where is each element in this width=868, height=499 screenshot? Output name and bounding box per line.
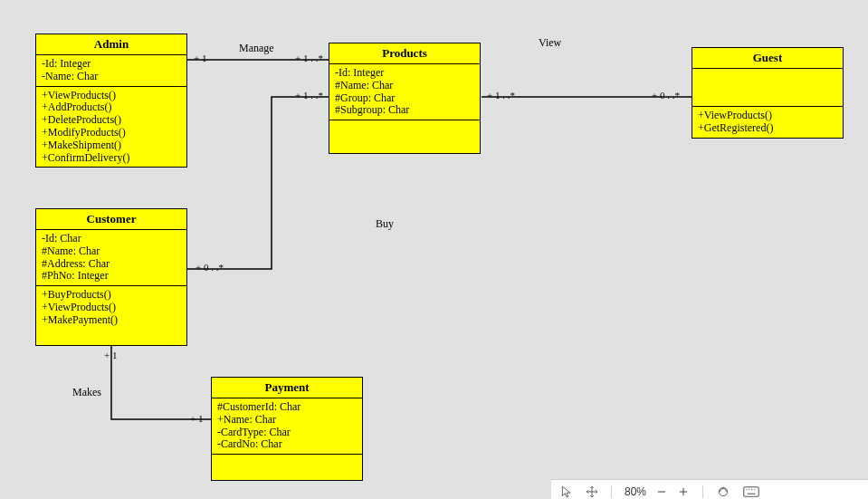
- attr: #Group: Char: [335, 92, 474, 105]
- class-products[interactable]: Products -Id: Integer #Name: Char #Group…: [329, 43, 481, 154]
- rel-view-label: View: [539, 36, 561, 50]
- attr: #PhNo: Integer: [42, 270, 181, 283]
- op: +ViewProducts(): [42, 302, 181, 314]
- rel-manage-label: Manage: [239, 42, 274, 55]
- zoom-out-icon[interactable]: [655, 485, 668, 498]
- attr: #Subgroup: Char: [335, 104, 474, 117]
- class-customer-attrs: -Id: Char #Name: Char #Address: Char #Ph…: [36, 230, 186, 286]
- rel-buy-mult-right: + 0 . .*: [196, 262, 224, 273]
- op: +GetRegistered(): [698, 122, 837, 135]
- attr: -Id: Char: [42, 233, 181, 245]
- class-guest[interactable]: Guest +ViewProducts() +GetRegistered(): [692, 47, 844, 139]
- rel-makes-mult-right: + 1: [190, 413, 203, 424]
- class-admin[interactable]: Admin -Id: Integer -Name: Char +ViewProd…: [35, 34, 187, 168]
- rel-makes-mult-top: + 1: [104, 350, 117, 360]
- class-customer-ops: +BuyProducts() +ViewProducts() +MakePaym…: [36, 286, 186, 344]
- class-payment-attrs: #CustomerId: Char +Name: Char -CardType:…: [212, 398, 362, 455]
- attr: +Name: Char: [217, 414, 357, 427]
- rel-makes-label: Makes: [72, 386, 101, 399]
- rel-view-mult-left: + 1 . .*: [487, 90, 515, 101]
- zoom-controls: 80%: [625, 485, 690, 498]
- rel-view-mult-right: + 0 . .*: [652, 90, 680, 101]
- keyboard-icon[interactable]: [743, 485, 759, 498]
- rel-buy-label: Buy: [376, 217, 394, 231]
- class-admin-attrs: -Id: Integer -Name: Char: [36, 55, 186, 87]
- class-products-title: Products: [329, 43, 480, 64]
- class-admin-title: Admin: [36, 34, 186, 55]
- op: +DeleteProducts(): [42, 114, 181, 127]
- class-customer[interactable]: Customer -Id: Char #Name: Char #Address:…: [35, 208, 187, 346]
- attr: -CardNo: Char: [217, 438, 357, 451]
- attr: -Name: Char: [42, 71, 181, 83]
- fit-width-icon[interactable]: [716, 485, 730, 498]
- attr: #Name: Char: [42, 245, 181, 258]
- class-products-attrs: -Id: Integer #Name: Char #Group: Char #S…: [329, 64, 480, 120]
- viewer-toolbar: 80%: [551, 479, 868, 499]
- op: +BuyProducts(): [42, 289, 181, 302]
- op: +ViewProducts(): [42, 90, 181, 102]
- op: +ViewProducts(): [698, 110, 837, 122]
- op: +ModifyProducts(): [42, 127, 181, 139]
- op: +AddProducts(): [42, 101, 181, 114]
- cursor-icon[interactable]: [560, 485, 573, 498]
- class-guest-title: Guest: [692, 48, 843, 69]
- attr: #Address: Char: [42, 258, 181, 271]
- op: +MakePayment(): [42, 314, 181, 327]
- op: +ConfirmDelivery(): [42, 152, 181, 165]
- class-guest-attrs: [692, 69, 843, 107]
- rel-manage-mult-right: + 1 . .*: [295, 53, 323, 63]
- class-payment[interactable]: Payment #CustomerId: Char +Name: Char -C…: [211, 377, 363, 481]
- class-guest-ops: +ViewProducts() +GetRegistered(): [692, 107, 843, 138]
- op: +MakeShipment(): [42, 139, 181, 152]
- attr: -CardType: Char: [217, 427, 357, 439]
- class-payment-ops: [212, 455, 362, 480]
- move-icon[interactable]: [586, 485, 598, 498]
- class-products-ops: [329, 120, 480, 153]
- class-payment-title: Payment: [212, 378, 362, 398]
- zoom-value: 80%: [625, 485, 646, 498]
- attr: #Name: Char: [335, 80, 474, 92]
- rel-manage-mult-left: + 1: [194, 53, 206, 63]
- class-customer-title: Customer: [36, 209, 186, 230]
- attr: -Id: Integer: [42, 58, 181, 71]
- class-admin-ops: +ViewProducts() +AddProducts() +DeletePr…: [36, 87, 186, 168]
- attr: -Id: Integer: [335, 67, 474, 80]
- attr: #CustomerId: Char: [217, 401, 357, 414]
- rel-buy-mult-left: + 1 . .*: [295, 90, 323, 101]
- diagram-canvas: Manage + 1 + 1 . .* View + 1 . .* + 0 . …: [0, 0, 868, 499]
- toolbar-divider: [702, 485, 703, 498]
- zoom-in-icon[interactable]: [677, 485, 690, 498]
- toolbar-divider: [611, 485, 612, 498]
- svg-rect-6: [744, 486, 759, 496]
